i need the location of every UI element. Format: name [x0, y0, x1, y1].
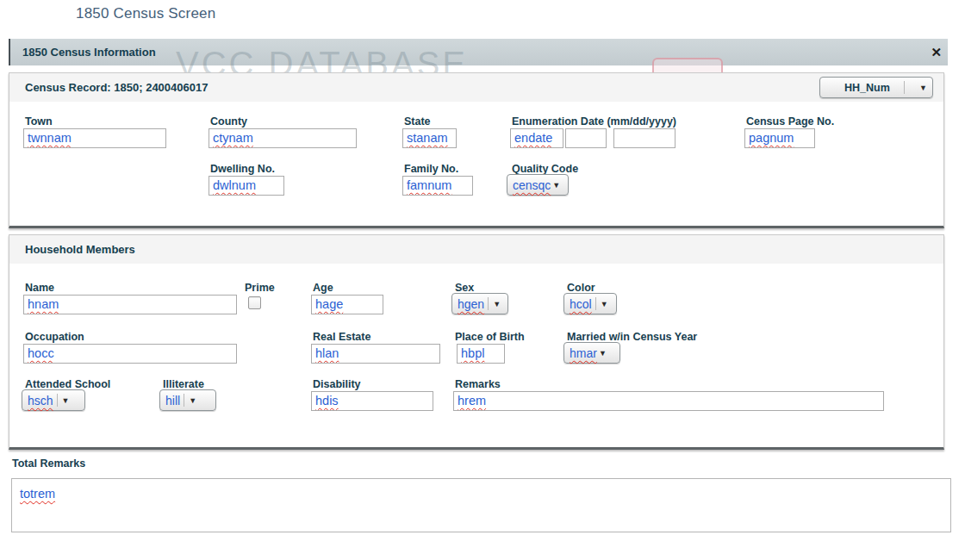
modal-title: 1850 Census Information [22, 39, 156, 65]
page-title: 1850 Census Screen [76, 5, 215, 22]
remarks-label: Remarks [455, 378, 501, 390]
illiterate-dropdown[interactable]: hill ▼ [159, 389, 216, 411]
hh-num-dropdown[interactable]: HH_Num ▼ [819, 77, 933, 98]
enumeration-date-year-input[interactable] [613, 128, 676, 148]
color-label: Color [567, 282, 595, 294]
quality-code-dropdown[interactable]: censqc ▼ [507, 174, 569, 196]
county-input[interactable]: ctynam [209, 128, 357, 148]
town-input[interactable]: twnnam [23, 128, 166, 148]
age-label: Age [313, 282, 333, 294]
prime-label: Prime [245, 282, 275, 294]
married-dropdown[interactable]: hmar ▼ [563, 342, 620, 364]
attended-school-label: Attended School [25, 378, 110, 390]
census-record-header-strip: Census Record: 1850; 2400406017 HH_Num ▼ [9, 73, 943, 102]
sex-label: Sex [455, 282, 474, 294]
chevron-down-icon: ▼ [189, 396, 196, 405]
name-label: Name [25, 282, 54, 294]
age-input[interactable]: hage [311, 295, 383, 314]
chevron-down-icon: ▼ [601, 300, 608, 308]
enumeration-date-month-input[interactable]: endate [510, 128, 563, 148]
name-input[interactable]: hnam [23, 295, 237, 314]
disability-input[interactable]: hdis [311, 391, 433, 411]
color-dropdown[interactable]: hcol ▼ [563, 293, 617, 314]
attended-school-dropdown[interactable]: hsch ▼ [22, 389, 85, 411]
real-estate-input[interactable]: hlan [311, 344, 440, 364]
close-icon[interactable]: ✕ [931, 39, 942, 65]
dwelling-no-input[interactable]: dwlnum [209, 176, 284, 196]
census-record-box: Census Record: 1850; 2400406017 HH_Num ▼… [9, 72, 944, 228]
family-no-label: Family No. [404, 163, 458, 175]
occupation-input[interactable]: hocc [23, 344, 237, 364]
place-of-birth-input[interactable]: hbpl [457, 344, 505, 364]
modal-header-bar: 1850 Census Information ✕ [9, 39, 948, 65]
place-of-birth-label: Place of Birth [455, 331, 525, 343]
enumeration-date-label: Enumeration Date (mm/dd/yyyy) [512, 115, 676, 128]
sex-dropdown[interactable]: hgen ▼ [451, 293, 508, 314]
married-label: Married w/in Census Year [567, 331, 697, 343]
quality-code-label: Quality Code [512, 163, 578, 175]
chevron-down-icon: ▼ [493, 300, 501, 308]
chevron-down-icon: ▼ [599, 349, 607, 358]
census-record-title: Census Record: 1850; 2400406017 [25, 73, 208, 102]
county-label: County [210, 115, 247, 128]
illiterate-label: Illiterate [163, 378, 204, 390]
state-label: State [404, 115, 431, 128]
household-members-box: Household Members Name hnam Prime Age ha… [9, 234, 944, 450]
census-page-no-input[interactable]: pagnum [744, 128, 815, 148]
remarks-input[interactable]: hrem [453, 391, 884, 411]
enumeration-date-day-input[interactable] [565, 128, 607, 148]
total-remarks-label: Total Remarks [12, 457, 85, 470]
occupation-label: Occupation [25, 331, 84, 343]
chevron-down-icon: ▼ [552, 181, 560, 190]
state-input[interactable]: stanam [402, 128, 457, 148]
prime-checkbox[interactable] [248, 296, 261, 309]
hh-num-value: HH_Num [825, 82, 890, 94]
family-no-input[interactable]: famnum [402, 176, 473, 196]
disability-label: Disability [313, 378, 361, 390]
town-label: Town [25, 115, 53, 128]
household-members-title: Household Members [25, 235, 135, 264]
chevron-down-icon: ▼ [62, 396, 70, 405]
census-screen: 1850 Census Screen 1850 Census Informati… [0, 0, 965, 560]
real-estate-label: Real Estate [313, 331, 370, 343]
chevron-down-icon: ▼ [919, 84, 927, 92]
household-header-strip: Household Members [9, 235, 943, 264]
dwelling-no-label: Dwelling No. [210, 163, 275, 175]
total-remarks-textarea[interactable]: totrem [11, 478, 951, 532]
census-page-no-label: Census Page No. [746, 115, 834, 128]
